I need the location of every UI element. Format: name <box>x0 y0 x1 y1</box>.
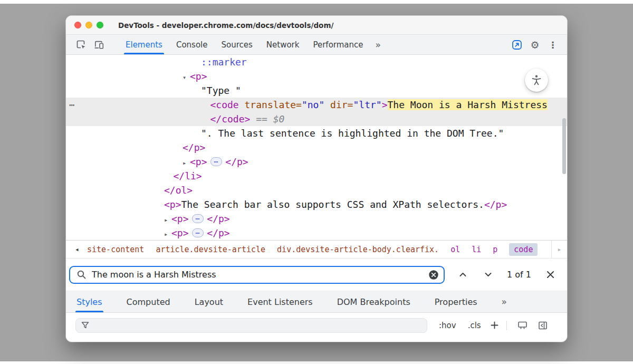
window-titlebar[interactable]: DevTools - developer.chrome.com/docs/dev… <box>66 16 567 35</box>
dom-tree-line[interactable]: ▸<p>⋯</p> <box>66 226 567 240</box>
dom-tree-line[interactable]: </ol> <box>66 183 567 197</box>
dom-tag: </ol> <box>164 185 193 196</box>
tab-console[interactable]: Console <box>169 35 215 54</box>
filter-box[interactable] <box>75 318 427 333</box>
dom-tree-line[interactable]: ▸<p>⋯</p> <box>66 212 567 226</box>
styles-tab-strip: StylesComputedLayoutEvent ListenersDOM B… <box>76 291 502 312</box>
dom-attr-name: dir= <box>330 99 353 110</box>
dom-tag: <p> <box>190 71 207 82</box>
dom-tree-line[interactable]: "Type " <box>66 83 567 98</box>
dom-tree-line[interactable]: ::marker <box>66 55 567 69</box>
divider <box>506 321 507 330</box>
main-tab-strip: ElementsConsoleSourcesNetworkPerformance <box>119 35 370 54</box>
dock-icon <box>511 39 523 51</box>
dom-text-node <box>250 113 256 124</box>
search-input[interactable] <box>92 270 428 280</box>
inspect-element-button[interactable] <box>72 35 90 54</box>
breadcrumb-item-article-devsite-article[interactable]: article.devsite-article <box>156 245 265 254</box>
dom-tree-line[interactable]: ▸<p>⋯</p> <box>66 155 567 169</box>
breadcrumb-item-ol[interactable]: ol <box>450 245 460 254</box>
search-bar: 1 of 1 <box>66 258 567 291</box>
style-filter-bar: :hov .cls <box>66 313 567 338</box>
settings-button[interactable]: ⚙ <box>526 35 544 54</box>
breadcrumb-item-site-content[interactable]: site-content <box>87 245 144 254</box>
toggle-hover-state-button[interactable]: :hov <box>439 321 456 330</box>
inspect-icon <box>76 40 87 50</box>
breadcrumb-list: site-contentarticle.devsite-articlediv.d… <box>87 243 538 256</box>
breadcrumb-bar: ◂ site-contentarticle.devsite-articlediv… <box>66 240 567 258</box>
styles-tab-bar: StylesComputedLayoutEvent ListenersDOM B… <box>66 291 567 313</box>
dom-search-highlight: The Moon is a Harsh Mistress <box>388 99 548 110</box>
plus-icon <box>490 320 500 330</box>
tab-sources[interactable]: Sources <box>214 35 259 54</box>
expand-arrow-icon[interactable]: ▸ <box>183 156 190 170</box>
dom-tag: </p> <box>484 199 507 210</box>
breadcrumb-back-button[interactable]: ◂ <box>70 241 84 258</box>
fullscreen-window-button[interactable] <box>97 22 103 28</box>
window-title: DevTools - developer.chrome.com/docs/dev… <box>118 21 333 30</box>
rendering-button[interactable] <box>517 320 528 331</box>
more-panels-button[interactable]: » <box>502 291 507 312</box>
tab-properties[interactable]: Properties <box>435 291 477 312</box>
breadcrumb-item-li[interactable]: li <box>472 245 481 254</box>
close-search-button[interactable] <box>543 267 559 283</box>
match-count: 1 of 1 <box>507 270 531 280</box>
dom-tree-line[interactable]: <p>The Search bar also supports CSS and … <box>66 197 567 212</box>
close-window-button[interactable] <box>74 22 81 28</box>
collapse-arrow-icon[interactable]: ▾ <box>183 71 190 85</box>
collapsed-content-button[interactable]: ⋯ <box>192 228 204 237</box>
previous-match-button[interactable] <box>455 267 470 282</box>
breadcrumb-item-div-devsite-article-body-clearfix[interactable]: div.devsite-article-body.clearfix. <box>277 245 439 254</box>
dom-tree: ::marker▾<p>"Type "⋯<code translate="no"… <box>66 55 567 240</box>
scrollbar-thumb[interactable] <box>562 118 566 174</box>
tab-elements[interactable]: Elements <box>119 35 169 54</box>
node-actions-dots[interactable]: ⋯ <box>69 98 75 112</box>
breadcrumb-item-p[interactable]: p <box>493 245 497 254</box>
dom-tree-line[interactable]: </li> <box>66 169 567 183</box>
filter-funnel-icon <box>81 321 90 330</box>
dom-tree-line[interactable]: ▾<p> <box>66 69 567 83</box>
dom-tag: </code> <box>210 113 251 124</box>
style-filter-input[interactable] <box>94 321 422 330</box>
close-icon <box>545 270 555 280</box>
dom-tree-line[interactable]: </p> <box>66 140 567 155</box>
new-style-rule-button[interactable] <box>490 320 500 330</box>
tab-layout[interactable]: Layout <box>195 291 223 312</box>
clear-search-button[interactable] <box>428 269 439 281</box>
dom-tree-line[interactable]: ". The last sentence is highlighted in t… <box>66 126 567 140</box>
dom-tree-line[interactable]: ⋯<code translate="no" dir="ltr">The Moon… <box>66 98 567 112</box>
more-tabs-button[interactable]: » <box>370 35 386 54</box>
next-match-button[interactable] <box>481 267 495 282</box>
accessibility-button[interactable] <box>525 69 548 92</box>
tab-dom-breakpoints[interactable]: DOM Breakpoints <box>337 291 410 312</box>
dom-attr-value: "no" <box>302 99 324 110</box>
collapsed-content-button[interactable]: ⋯ <box>210 157 223 166</box>
devtools-window: DevTools - developer.chrome.com/docs/dev… <box>66 16 567 342</box>
chevron-up-icon <box>458 270 467 279</box>
collapsed-content-button[interactable]: ⋯ <box>192 214 204 223</box>
tab-styles[interactable]: Styles <box>76 291 102 312</box>
tab-event-listeners[interactable]: Event Listeners <box>247 291 313 312</box>
accessibility-icon <box>530 74 543 87</box>
toggle-classes-button[interactable]: .cls <box>468 321 481 330</box>
dom-tag: <p> <box>190 156 207 167</box>
expand-arrow-icon[interactable]: ▸ <box>164 227 171 240</box>
toggle-device-toolbar-button[interactable] <box>90 35 108 54</box>
breadcrumb-forward-button[interactable]: ▸ <box>551 241 567 258</box>
dom-tag: <p> <box>164 199 181 210</box>
menu-button[interactable]: ⋮ <box>544 35 562 54</box>
kebab-menu-icon: ⋮ <box>549 40 558 50</box>
toggle-sidebar-button[interactable] <box>538 320 548 331</box>
dom-tag: > <box>382 99 388 110</box>
tab-network[interactable]: Network <box>260 35 306 54</box>
search-box[interactable] <box>69 266 445 284</box>
tab-performance[interactable]: Performance <box>306 35 370 54</box>
dock-button[interactable] <box>508 35 526 54</box>
minimize-window-button[interactable] <box>85 22 92 28</box>
tab-computed[interactable]: Computed <box>127 291 170 312</box>
settings-gear-icon: ⚙ <box>530 39 539 51</box>
dom-tag: <p> <box>171 213 189 224</box>
dom-tree-line[interactable]: </code> == $0 <box>66 112 567 126</box>
expand-arrow-icon[interactable]: ▸ <box>164 213 171 227</box>
breadcrumb-item-code[interactable]: code <box>509 243 538 256</box>
